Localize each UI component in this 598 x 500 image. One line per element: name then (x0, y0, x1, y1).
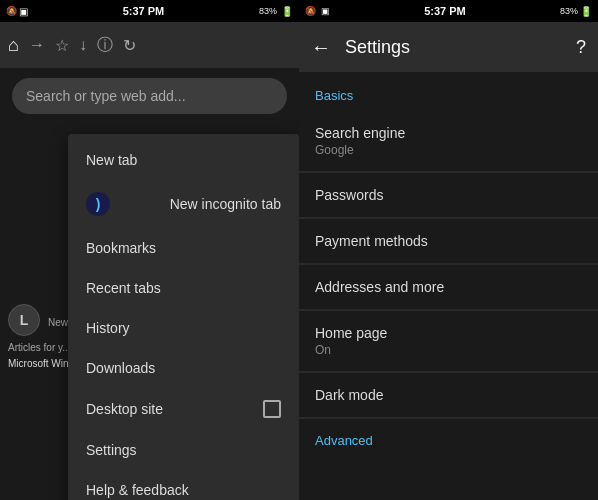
settings-toolbar: ← Settings ? (299, 22, 598, 72)
menu-item-new-tab[interactable]: New tab (68, 140, 299, 180)
battery-icon-left: 🔋 (281, 6, 293, 17)
settings-item-search-engine[interactable]: Search engine Google (299, 111, 598, 172)
menu-item-new-incognito-tab[interactable]: ) New incognito tab (68, 180, 299, 228)
passwords-title: Passwords (315, 187, 582, 203)
search-engine-title: Search engine (315, 125, 582, 141)
status-bar-right: 🔕 ▣ 5:37 PM 83% 🔋 (299, 0, 598, 22)
menu-item-help-feedback[interactable]: Help & feedback (68, 470, 299, 500)
menu-item-recent-tabs[interactable]: Recent tabs (68, 268, 299, 308)
settings-item-addresses[interactable]: Addresses and more (299, 265, 598, 310)
battery-text-left: 83% (259, 6, 277, 16)
signal-icon-right: ▣ (321, 6, 330, 16)
settings-item-passwords[interactable]: Passwords (299, 173, 598, 218)
refresh-icon[interactable]: ↻ (123, 36, 136, 55)
menu-item-downloads[interactable]: Downloads (68, 348, 299, 388)
star-icon[interactable]: ☆ (55, 36, 69, 55)
download-icon[interactable]: ↓ (79, 36, 87, 54)
notification-icon-right: 🔕 (305, 6, 316, 16)
right-panel: 🔕 ▣ 5:37 PM 83% 🔋 ← Settings ? Basics Se… (299, 0, 598, 500)
time-right: 5:37 PM (424, 5, 466, 17)
menu-item-desktop-site[interactable]: Desktop site (68, 388, 299, 430)
settings-item-dark-mode[interactable]: Dark mode (299, 373, 598, 418)
desktop-site-checkbox[interactable] (263, 400, 281, 418)
settings-list: Basics Search engine Google Passwords Pa… (299, 72, 598, 500)
dark-mode-title: Dark mode (315, 387, 582, 403)
search-engine-subtitle: Google (315, 143, 582, 157)
browser-content: Search or type web add... L News from ..… (0, 68, 299, 500)
dropdown-menu: New tab ) New incognito tab Bookmarks Re… (68, 134, 299, 500)
back-button[interactable]: ← (311, 36, 331, 59)
search-bar-area: Search or type web add... (0, 68, 299, 124)
menu-item-bookmarks[interactable]: Bookmarks (68, 228, 299, 268)
left-panel: 🔕 ▣ 5:37 PM 83% 🔋 ⌂ → ☆ ↓ ⓘ ↻ Search or … (0, 0, 299, 500)
status-icons-left: 🔕 ▣ (6, 6, 28, 17)
browser-toolbar-left: ⌂ → ☆ ↓ ⓘ ↻ (0, 22, 299, 68)
status-icons-right-left: 🔕 ▣ (305, 6, 330, 16)
payment-methods-title: Payment methods (315, 233, 582, 249)
home-page-title: Home page (315, 325, 582, 341)
menu-item-history[interactable]: History (68, 308, 299, 348)
wifi-icon: ▣ (19, 6, 28, 17)
settings-item-home-page[interactable]: Home page On (299, 311, 598, 372)
status-bar-left: 🔕 ▣ 5:37 PM 83% 🔋 (0, 0, 299, 22)
menu-item-settings[interactable]: Settings (68, 430, 299, 470)
battery-icon-right: 🔋 (580, 6, 592, 17)
search-bar[interactable]: Search or type web add... (12, 78, 287, 114)
incognito-icon: ) (86, 192, 110, 216)
battery-area-right: 83% 🔋 (560, 6, 592, 17)
section-basics: Basics (299, 72, 598, 111)
search-placeholder: Search or type web add... (26, 88, 186, 104)
addresses-title: Addresses and more (315, 279, 582, 295)
battery-icons-left: 83% 🔋 (259, 6, 293, 17)
battery-text-right: 83% (560, 6, 578, 16)
section-advanced[interactable]: Advanced (299, 419, 598, 456)
news-avatar: L (8, 304, 40, 336)
home-page-subtitle: On (315, 343, 582, 357)
settings-item-payment-methods[interactable]: Payment methods (299, 219, 598, 264)
home-icon[interactable]: ⌂ (8, 35, 19, 56)
forward-icon[interactable]: → (29, 36, 45, 54)
settings-page-title: Settings (345, 37, 576, 58)
help-button[interactable]: ? (576, 37, 586, 58)
time-left: 5:37 PM (123, 5, 165, 17)
notification-icon: 🔕 (6, 6, 17, 16)
info-icon[interactable]: ⓘ (97, 35, 113, 56)
